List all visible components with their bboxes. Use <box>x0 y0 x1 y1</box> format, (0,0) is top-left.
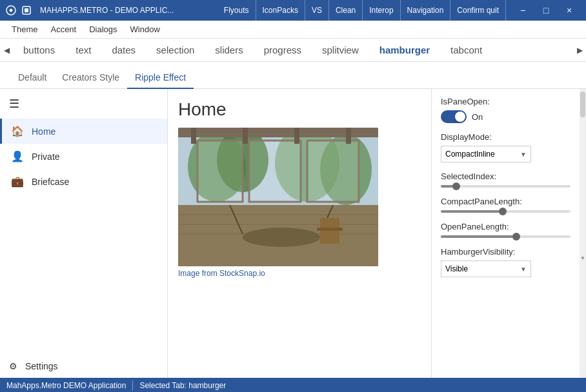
toggle-row: On <box>441 110 571 123</box>
nav-label-settings: Settings <box>25 361 58 371</box>
titlebar-nav: Flyouts IconPacks VS Clean Interop Navig… <box>217 0 506 21</box>
tabs-scroll-row: ◀ buttons text dates selection sliders p… <box>0 39 586 62</box>
svg-rect-19 <box>317 228 343 231</box>
display-mode-value: CompactInline <box>445 150 495 159</box>
nav-item-settings[interactable]: ⚙ Settings <box>0 355 167 378</box>
nav-flyouts[interactable]: Flyouts <box>217 0 256 21</box>
tab-splitview[interactable]: splitview <box>312 39 369 62</box>
compact-pane-length-label: CompactPaneLength: <box>441 197 571 206</box>
nav-spacer <box>0 194 167 355</box>
open-pane-slider[interactable] <box>441 235 571 238</box>
hamburger-visibility-label: HamburgerVisibility: <box>441 247 571 257</box>
menubar: Theme Accent Dialogs Window <box>0 21 586 39</box>
compact-pane-fill <box>441 210 503 213</box>
content-image <box>178 128 378 266</box>
left-panel: ☰ 🏠 Home 👤 Private 💼 Briefcase ⚙ Setting… <box>0 89 168 378</box>
nav-iconpacks[interactable]: IconPacks <box>256 0 305 21</box>
menu-dialogs[interactable]: Dialogs <box>83 22 123 37</box>
open-pane-fill <box>441 235 516 238</box>
display-mode-label: DisplayMode: <box>441 132 571 142</box>
nav-navigation[interactable]: Navigation <box>401 0 451 21</box>
svg-rect-9 <box>249 141 301 202</box>
image-caption: Image from StockSnap.io <box>178 269 421 278</box>
style-tabs: Default Creators Style Ripple Effect <box>0 62 586 89</box>
right-panel: IsPaneOpen: On DisplayMode: CompactInlin… <box>431 89 580 378</box>
statusbar-separator <box>132 380 133 391</box>
style-tab-ripple[interactable]: Ripple Effect <box>127 67 194 89</box>
svg-rect-23 <box>294 128 299 144</box>
settings-icon: ⚙ <box>9 361 17 371</box>
briefcase-icon: 💼 <box>11 175 24 188</box>
svg-rect-10 <box>307 141 359 202</box>
style-tab-default[interactable]: Default <box>10 67 54 89</box>
svg-point-15 <box>243 228 320 247</box>
hamburger-visibility-dropdown[interactable]: Visible ▼ <box>441 260 531 277</box>
dropdown-arrow-icon: ▼ <box>520 151 527 158</box>
style-tab-creators[interactable]: Creators Style <box>54 67 127 89</box>
titlebar-controls: − □ × <box>511 0 581 21</box>
tab-selection[interactable]: selection <box>146 39 205 62</box>
svg-rect-22 <box>243 128 248 144</box>
tab-progress[interactable]: progress <box>254 39 312 62</box>
scroll-down-icon[interactable]: ▼ <box>580 253 586 263</box>
svg-rect-21 <box>191 128 196 144</box>
scrollbar-thumb[interactable] <box>580 92 585 117</box>
hamburger-button[interactable]: ☰ <box>0 89 167 119</box>
tab-dates[interactable]: dates <box>101 39 146 62</box>
svg-rect-24 <box>346 128 351 144</box>
open-pane-length-section: OpenPaneLength: <box>441 222 571 238</box>
toggle-on-text: On <box>472 112 483 122</box>
tab-hamburger[interactable]: hamburger <box>369 39 440 62</box>
statusbar: MahApps.Metro DEMO Application Selected … <box>0 378 586 392</box>
main-area: ☰ 🏠 Home 👤 Private 💼 Briefcase ⚙ Setting… <box>0 89 586 378</box>
selected-index-thumb[interactable] <box>452 182 460 190</box>
open-pane-thumb[interactable] <box>512 233 520 240</box>
titlebar-title: MAHAPPS.METRO - DEMO APPLIC... <box>37 6 217 15</box>
tab-tabcont[interactable]: tabcont <box>440 39 492 62</box>
dropdown-arrow-2-icon: ▼ <box>520 266 527 273</box>
tab-buttons[interactable]: buttons <box>13 39 65 62</box>
content-title: Home <box>178 99 421 120</box>
compact-pane-thumb[interactable] <box>499 208 507 215</box>
selected-index-section: SelectedIndex: <box>441 172 571 188</box>
open-pane-length-label: OpenPaneLength: <box>441 222 571 231</box>
nav-confirm-quit[interactable]: Confirm quit <box>450 0 506 21</box>
maximize-button[interactable]: □ <box>534 0 558 21</box>
scroll-right-arrow[interactable]: ▶ <box>573 39 586 62</box>
app-icon-1 <box>5 5 17 16</box>
nav-clean[interactable]: Clean <box>329 0 363 21</box>
scrollbar-track[interactable]: ▼ <box>580 89 586 378</box>
person-icon: 👤 <box>11 150 24 162</box>
display-mode-section: DisplayMode: CompactInline ▼ <box>441 132 571 162</box>
nav-vs[interactable]: VS <box>305 0 329 21</box>
right-area: IsPaneOpen: On DisplayMode: CompactInlin… <box>431 89 586 378</box>
tab-sliders[interactable]: sliders <box>205 39 253 62</box>
scroll-left-arrow[interactable]: ◀ <box>0 39 13 62</box>
tabs-scroll-inner: buttons text dates selection sliders pro… <box>13 39 573 62</box>
nav-label-private: Private <box>32 152 60 162</box>
menu-accent[interactable]: Accent <box>44 22 83 37</box>
svg-rect-2 <box>25 8 28 12</box>
titlebar: MAHAPPS.METRO - DEMO APPLIC... Flyouts I… <box>0 0 586 21</box>
nav-item-briefcase[interactable]: 💼 Briefcase <box>0 169 167 194</box>
menu-theme[interactable]: Theme <box>5 22 44 37</box>
menu-window[interactable]: Window <box>124 22 167 37</box>
titlebar-icons <box>5 5 32 16</box>
scene-svg <box>178 128 378 266</box>
close-button[interactable]: × <box>558 0 581 21</box>
hamburger-visibility-section: HamburgerVisibility: Visible ▼ <box>441 247 571 277</box>
compact-pane-length-section: CompactPaneLength: <box>441 197 571 213</box>
nav-label-home: Home <box>32 126 56 137</box>
toggle-knob <box>455 112 465 122</box>
scrollbar-bottom-arrow: ▼ <box>580 118 586 378</box>
nav-item-home[interactable]: 🏠 Home <box>0 119 167 144</box>
compact-pane-slider[interactable] <box>441 210 571 213</box>
tab-text[interactable]: text <box>65 39 101 62</box>
selected-index-slider[interactable] <box>441 185 571 188</box>
pane-open-toggle[interactable] <box>441 110 467 123</box>
nav-item-private[interactable]: 👤 Private <box>0 144 167 169</box>
is-pane-open-section: IsPaneOpen: On <box>441 97 571 123</box>
display-mode-dropdown[interactable]: CompactInline ▼ <box>441 146 531 162</box>
minimize-button[interactable]: − <box>511 0 534 21</box>
nav-interop[interactable]: Interop <box>363 0 400 21</box>
